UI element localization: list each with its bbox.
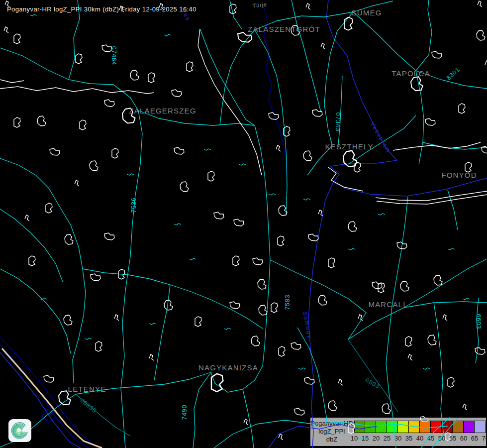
city-label: MARCALI: [368, 300, 405, 309]
city-label: FONYÓD: [441, 171, 477, 179]
road-number-label: 6603: [475, 314, 482, 330]
radar-map-view: Poganyvar-HR logZ_PPI 30km (dbZ) Friday …: [0, 0, 487, 448]
county-label: Somogy: [301, 311, 313, 339]
road-number-label: 8301: [445, 66, 461, 82]
map-labels: SÜMEGZALASZENTGRÓTTAPOLCAZALAEGERSZEGKES…: [0, 0, 487, 448]
county-label: Vas: [180, 7, 192, 22]
road-number-label: 7490: [181, 405, 188, 420]
met-spiral-icon: [8, 419, 31, 442]
road-number-label: 7536: [130, 198, 137, 213]
road-number-label: 06835: [79, 397, 98, 414]
city-label: ZALASZENTGRÓT: [248, 25, 320, 33]
city-label: SÜMEG: [351, 8, 382, 17]
road-number-label: 7583: [284, 295, 291, 310]
road-number-label: 6803: [364, 377, 381, 390]
city-label: LETENYE: [68, 385, 106, 393]
city-label: KESZTHELY: [325, 142, 373, 151]
town-label: Türje: [252, 1, 267, 9]
road-number-label: 07343: [334, 112, 341, 131]
city-label: ZALAEGERSZEG: [129, 107, 196, 115]
road-number-label: 07464: [110, 46, 117, 65]
city-label: TAPOLCA: [391, 69, 430, 78]
city-label: NAGYKANIZSA: [198, 363, 258, 372]
